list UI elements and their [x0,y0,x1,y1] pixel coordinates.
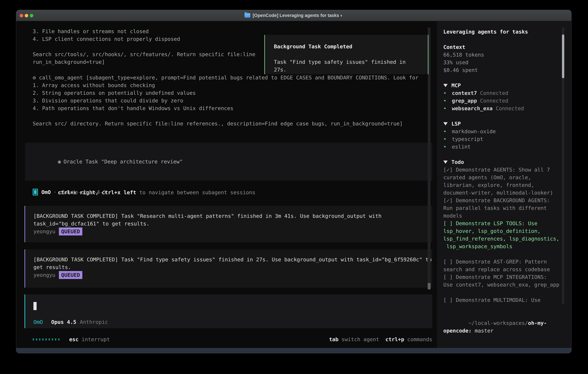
agent-separator: · [53,188,57,196]
input-provider-name: Anthropic [80,318,108,326]
agent-name: OmO [41,188,51,196]
chat-scrollbar-thumb[interactable] [428,283,430,289]
lsp-name: eslint [452,143,471,151]
mcp-name: context7 [452,90,477,96]
todo-section: Todo [✓] Demonstrate AGENTS: Show all 7 … [443,158,562,304]
todo-item: [ ] Demonstrate MCP INTEGRATIONS: Use co… [443,273,562,289]
lsp-item: • eslint [443,143,562,151]
lsp-item: • markdown-oxide [443,128,562,135]
oracle-task-title: ◉Oracle Task "Deep architecture review" [33,150,432,173]
todo-item: [✓] Demonstrate AGENTS: Show all 7 curat… [443,166,562,197]
context-spent: $0.46 spent [443,66,562,74]
lsp-item: • typescript [443,135,562,143]
titlebar: [OpenCode] Leveraging agents for tasks ◐ [16,10,571,21]
mcp-status: Connected [480,98,508,104]
oracle-task-panel: ◉Oracle Task "Deep architecture review" … [25,143,432,181]
mcp-name: websearch_exa [452,105,493,111]
text-cursor [33,302,37,310]
input-model-name: Opus 4.5 [51,318,76,326]
todo-item: [ ] Demonstrate MULTIMODAL: Use [443,296,562,304]
mcp-section-header: MCP [443,82,562,89]
mcp-item: • websearch_exa Connected [443,104,562,112]
context-heading: Context [443,43,562,51]
collapse-triangle-icon [443,84,448,87]
spinner-dots-icon [33,338,61,341]
tool-call-text: ⚙ call_omo_agent [subagent_type=explore,… [33,74,433,127]
toast-title: Background Task Completed [274,43,420,50]
minimize-button[interactable] [25,14,28,17]
session-title: Leveraging agents for tasks [443,28,562,36]
agent-session-header: OmO · claude-opus-4-5 [33,187,106,197]
workspace-path-prefix: ~/local-workspaces/ [468,320,528,326]
input-agent-name: OmO [33,318,43,326]
status-badge: QUEUED [59,228,82,235]
folder-icon [244,13,250,18]
message-user: yeongyu [33,228,55,235]
message-meta: yeongyu QUEUED [33,271,432,279]
status-dot-icon: • [443,143,452,151]
esc-key-label: interrupt [82,335,110,343]
message-text: [BACKGROUND TASK COMPLETED] Task "Resear… [33,212,433,228]
todo-item: [✓] Demonstrate BACKGROUND AGENTS: Run p… [443,197,562,219]
status-dot-icon: • [443,97,452,104]
collapse-triangle-icon [443,161,448,164]
commands-key-label: commands [407,335,432,343]
status-dot-icon: • [443,128,452,135]
lsp-section: LSP • markdown-oxide • typescript • esli… [443,120,562,151]
lsp-name: markdown-oxide [452,128,496,135]
status-bar: esc interrupt tab switch agent ctrl+p co… [33,335,432,343]
mcp-item: • grep_app Connected [443,97,562,104]
message-meta: yeongyu QUEUED [33,228,432,235]
input-footer: OmO Opus 4.5 Anthropic [33,318,108,326]
window-bottom-strip [16,348,571,353]
workspace-branch: master [472,328,494,334]
message-block: [BACKGROUND TASK COMPLETED] Task "Resear… [24,206,432,242]
mcp-heading: MCP [452,82,461,89]
status-dot-icon: • [443,104,452,112]
window-title-group: [OpenCode] Leveraging agents for tasks ◐ [244,13,343,18]
mcp-item: • context7 Connected [443,89,562,97]
todo-item: [ ] Demonstrate AST-GREP: Pattern search… [443,258,562,273]
background-task-toast: Background Task Completed Task "Find typ… [264,35,428,74]
status-dot-icon: • [443,89,452,97]
lsp-section-header: LSP [443,120,562,128]
close-button[interactable] [20,14,23,17]
traffic-lights [20,14,33,17]
status-badge: QUEUED [59,271,82,279]
lsp-heading: LSP [452,120,461,128]
esc-key-hint: esc [69,335,79,343]
mcp-name: grep_app [452,98,477,104]
mcp-section: MCP • context7 Connected • grep_app Conn… [443,82,562,112]
collapse-triangle-icon [443,122,448,125]
message-user: yeongyu [33,271,55,279]
prompt-input[interactable]: OmO Opus 4.5 Anthropic [24,294,432,328]
todo-item: [ ] Demonstrate LSP TOOLS: Use lsp_hover… [443,219,562,250]
chat-pane: 3. File handles or streams not closed 4.… [16,21,437,348]
oracle-task-label: Oracle Task "Deep architecture review" [63,159,183,165]
tab-key-hint: tab [329,335,338,343]
context-section: Context 66,518 tokens 33% used $0.46 spe… [443,43,562,74]
message-text: [BACKGROUND TASK COMPLETED] Task "Find t… [33,256,433,271]
workspace-path: ~/local-workspaces/oh-my-opencode: maste… [443,312,562,342]
sidebar-scrollbar-thumb[interactable] [562,34,564,78]
oracle-task-icon: ◉ [58,159,61,165]
agent-model: claude-opus-4-5 [59,188,106,196]
hint-rest: to navigate between subagent sessions [136,189,255,195]
lsp-name: typescript [452,135,483,143]
session-sidebar: Leveraging agents for tasks Context 66,5… [437,21,571,348]
status-dot-icon: • [443,135,452,143]
context-used: 33% used [443,59,562,66]
todo-section-header: Todo [443,158,562,166]
message-block: [BACKGROUND TASK COMPLETED] Task "Find t… [24,249,432,288]
todo-heading: Todo [452,158,464,166]
terminal-window: [OpenCode] Leveraging agents for tasks ◐… [16,10,571,353]
window-title: [OpenCode] Leveraging agents for tasks ◐ [253,13,343,18]
tab-key-label: switch agent [341,335,379,343]
mcp-status: Connected [480,90,508,96]
commands-key-hint: ctrl+p [385,335,404,343]
context-tokens: 66,518 tokens [443,51,562,59]
toast-body: Task "Find type safety issues" finished … [274,58,420,73]
mcp-status: Connected [496,105,524,111]
zoom-button[interactable] [30,14,33,17]
agent-checkbox-icon [33,189,38,195]
